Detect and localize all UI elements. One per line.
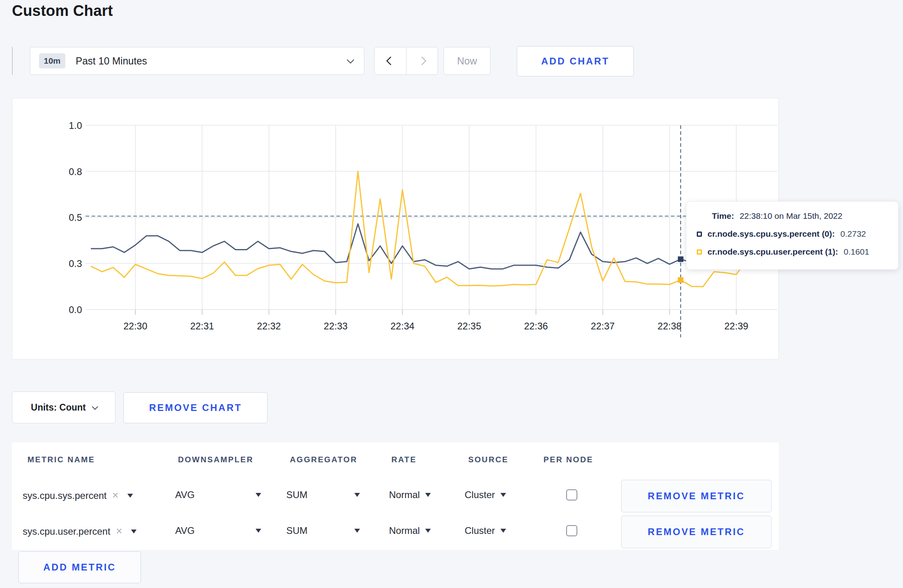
caret-down-icon [425,529,431,533]
source-value: Cluster [465,525,495,536]
units-select[interactable]: Units: Count [12,391,115,423]
rate-value: Normal [389,525,420,536]
time-range-select[interactable]: 10m Past 10 Minutes [30,47,364,75]
aggregator-select[interactable]: SUM [286,489,360,500]
now-button[interactable]: Now [444,47,491,75]
rate-value: Normal [389,489,420,500]
tooltip-series-value: 0.2732 [840,229,866,239]
caret-down-icon [354,493,360,497]
chevron-down-icon [347,56,354,63]
downsampler-select[interactable]: AVG [175,489,261,500]
tooltip-time: Time:22:38:10 on Mar 15th, 2022 [712,211,898,221]
tooltip-time-value: 22:38:10 on Mar 15th, 2022 [740,211,842,220]
chevron-right-icon [418,56,427,66]
per-node-checkbox[interactable] [566,489,577,500]
rate-select[interactable]: Normal [389,525,431,536]
source-select[interactable]: Cluster [465,525,506,536]
metric-name-value: sys.cpu.sys.percent [23,490,107,501]
aggregator-select[interactable]: SUM [286,525,360,536]
time-nav-group [374,47,438,75]
col-header-rate: RATE [391,455,416,464]
caret-down-icon [131,530,137,533]
metric-name-select[interactable]: sys.cpu.user.percent × [23,525,137,537]
caret-down-icon [256,529,261,533]
col-header-per-node: PER NODE [543,455,593,464]
downsampler-select[interactable]: AVG [175,525,261,536]
downsampler-value: AVG [175,525,195,536]
clear-metric-icon[interactable]: × [116,525,122,537]
col-header-metric-name: METRIC NAME [27,455,95,464]
add-chart-button[interactable]: ADD CHART [517,46,634,76]
metric-name-value: sys.cpu.user.percent [23,526,110,537]
clear-metric-icon[interactable]: × [112,489,119,502]
rate-select[interactable]: Normal [389,489,431,500]
series-sys-swatch-icon [697,232,702,237]
col-header-source: SOURCE [468,455,508,464]
downsampler-value: AVG [175,489,195,500]
chevron-down-icon [92,403,98,410]
col-header-downsampler: DOWNSAMPLER [178,455,254,464]
tooltip-series-name: cr.node.sys.cpu.user.percent (1): [708,247,838,257]
source-select[interactable]: Cluster [465,489,506,500]
units-label: Units: Count [31,402,86,413]
time-next-button[interactable] [406,47,438,74]
caret-down-icon [500,493,506,497]
remove-chart-button[interactable]: REMOVE CHART [123,392,268,423]
aggregator-value: SUM [286,525,307,536]
caret-down-icon [500,529,506,533]
time-range-badge: 10m [39,53,65,68]
page-title: Custom Chart [12,2,113,19]
toolbar-divider [12,47,13,75]
tooltip-series-row: cr.node.sys.cpu.user.percent (1): 0.1601 [697,247,898,257]
caret-down-icon [354,529,360,533]
series-user-swatch-icon [697,249,702,255]
add-metric-button[interactable]: ADD METRIC [18,551,141,583]
metric-name-select[interactable]: sys.cpu.sys.percent × [23,489,133,502]
aggregator-value: SUM [286,489,307,500]
per-node-checkbox[interactable] [566,525,577,536]
caret-down-icon [425,493,431,497]
chart-hover-tooltip: Time:22:38:10 on Mar 15th, 2022 cr.node.… [686,201,899,270]
time-prev-button[interactable] [375,47,406,74]
source-value: Cluster [465,489,495,500]
remove-metric-button[interactable]: REMOVE METRIC [621,516,772,548]
caret-down-icon [256,493,261,497]
tooltip-series-name: cr.node.sys.cpu.sys.percent (0): [708,229,835,239]
chart-panel [12,98,779,360]
tooltip-series-value: 0.1601 [844,247,869,257]
time-range-label: Past 10 Minutes [76,55,147,67]
tooltip-series-row: cr.node.sys.cpu.sys.percent (0): 0.2732 [697,229,898,239]
chevron-left-icon [386,56,395,66]
remove-metric-button[interactable]: REMOVE METRIC [621,480,772,512]
tooltip-time-label: Time: [712,211,734,220]
col-header-aggregator: AGGREGATOR [290,455,358,464]
caret-down-icon [127,494,133,498]
